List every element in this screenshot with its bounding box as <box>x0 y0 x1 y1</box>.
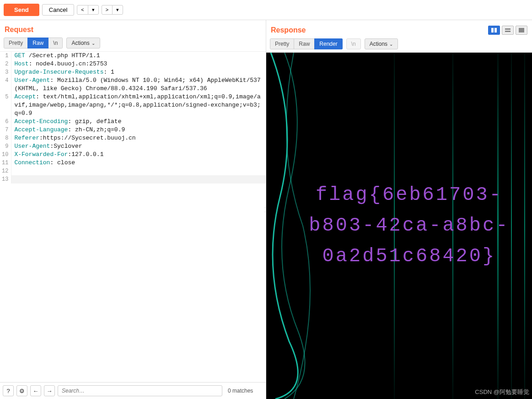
request-tab-raw[interactable]: Raw <box>27 38 48 49</box>
line-content[interactable]: User-Agent: Mozilla/5.0 (Windows NT 10.0… <box>11 76 266 93</box>
actions-label: Actions <box>71 40 89 46</box>
history-forward-group: > ▾ <box>102 5 123 15</box>
editor-line[interactable]: 12 <box>0 167 266 175</box>
editor-line[interactable]: 11Connection: close <box>0 159 266 167</box>
chevron-down-icon: ▾ <box>116 7 119 12</box>
line-number: 5 <box>0 93 11 118</box>
response-newline-toggle[interactable]: \n <box>346 38 361 49</box>
line-content[interactable]: X-Forwarded-For:127.0.0.1 <box>11 151 266 159</box>
layout-single-button[interactable] <box>516 26 527 35</box>
request-tabrow: Pretty Raw \n Actions ⌄ <box>0 38 266 51</box>
request-pane: Request Pretty Raw \n Actions ⌄ 1GET /Se… <box>0 20 266 399</box>
watermark: CSDN @阿勉要睡觉 <box>475 388 529 396</box>
layout-rows-button[interactable] <box>502 26 514 35</box>
request-tab-pretty[interactable]: Pretty <box>4 38 28 49</box>
search-prev-button[interactable]: ← <box>30 385 41 396</box>
response-tab-raw[interactable]: Raw <box>294 38 315 49</box>
editor-line[interactable]: 4User-Agent: Mozilla/5.0 (Windows NT 10.… <box>0 76 266 93</box>
layout-toggle-group <box>488 26 527 35</box>
history-back-group: < ▾ <box>77 5 98 15</box>
search-matches-label: 0 matches <box>225 388 253 394</box>
decorative-line <box>511 53 512 399</box>
response-tabrow: Pretty Raw Render \n Actions ⌄ <box>266 38 532 52</box>
help-icon: ? <box>6 388 10 394</box>
decorative-line <box>524 53 525 399</box>
chevron-down-icon: ⌄ <box>91 41 95 46</box>
line-number: 1 <box>0 52 11 60</box>
line-number: 8 <box>0 134 11 142</box>
line-number: 11 <box>0 159 11 167</box>
layout-columns-button[interactable] <box>488 26 500 35</box>
chevron-left-icon: < <box>81 7 84 12</box>
cancel-button[interactable]: Cancel <box>42 4 74 16</box>
help-button[interactable]: ? <box>3 385 14 396</box>
chevron-down-icon: ⌄ <box>389 42 393 47</box>
arrow-left-icon: ← <box>33 388 39 394</box>
line-number: 4 <box>0 76 11 93</box>
editor-line[interactable]: 6Accept-Encoding: gzip, deflate <box>0 118 266 126</box>
line-number: 2 <box>0 60 11 68</box>
line-number: 10 <box>0 151 11 159</box>
history-back-menu-button[interactable]: ▾ <box>88 5 99 15</box>
request-tab-newline[interactable]: \n <box>48 38 63 49</box>
search-next-button[interactable]: → <box>44 385 55 396</box>
send-button[interactable]: Send <box>4 4 39 16</box>
line-number: 3 <box>0 68 11 76</box>
editor-line[interactable]: 2Host: node4.buuoj.cn:25753 <box>0 60 266 68</box>
editor-line[interactable]: 1GET /Secret.php HTTP/1.1 <box>0 52 266 60</box>
line-content[interactable]: Accept: text/html,application/xhtml+xml,… <box>11 93 266 118</box>
line-number: 12 <box>0 167 11 175</box>
history-back-button[interactable]: < <box>77 5 88 15</box>
history-forward-button[interactable]: > <box>102 5 113 15</box>
line-number: 7 <box>0 126 11 134</box>
editor-line[interactable]: 3Upgrade-Insecure-Requests: 1 <box>0 68 266 76</box>
response-tab-render[interactable]: Render <box>314 38 342 49</box>
request-title: Request <box>5 26 33 34</box>
response-title: Response <box>271 26 306 34</box>
response-pane: ⋮⋮ Response Pretty Raw Render \n Actions… <box>266 20 532 399</box>
line-content[interactable]: Accept-Language: zh-CN,zh;q=0.9 <box>11 126 266 134</box>
line-content[interactable]: Connection: close <box>11 159 266 167</box>
search-input[interactable] <box>58 385 222 396</box>
flag-text: flag{6eb61703- b803-42ca-a8bc- 0a2d51c68… <box>309 180 509 272</box>
gear-icon: ⚙ <box>19 388 25 394</box>
response-tab-pretty[interactable]: Pretty <box>270 38 294 49</box>
line-number: 13 <box>0 175 11 183</box>
line-number: 9 <box>0 142 11 151</box>
main-split: Request Pretty Raw \n Actions ⌄ 1GET /Se… <box>0 20 532 399</box>
editor-line[interactable]: 7Accept-Language: zh-CN,zh;q=0.9 <box>0 126 266 134</box>
line-content[interactable]: Upgrade-Insecure-Requests: 1 <box>11 68 266 76</box>
line-content[interactable] <box>11 167 266 175</box>
editor-line[interactable]: 9User-Agent:Syclover <box>0 142 266 151</box>
editor-line[interactable]: 10X-Forwarded-For:127.0.0.1 <box>0 151 266 159</box>
arrow-right-icon: → <box>47 388 53 394</box>
request-editor[interactable]: 1GET /Secret.php HTTP/1.12Host: node4.bu… <box>0 51 266 382</box>
line-content[interactable] <box>11 175 266 183</box>
chevron-down-icon: ▾ <box>92 7 95 12</box>
settings-button[interactable]: ⚙ <box>16 385 27 396</box>
request-actions-button[interactable]: Actions ⌄ <box>66 38 100 49</box>
line-content[interactable]: Referer:https://Sycsecret.buuoj.cn <box>11 134 266 142</box>
response-view-segment: Pretty Raw Render <box>270 38 343 49</box>
editor-line[interactable]: 5Accept: text/html,application/xhtml+xml… <box>0 93 266 118</box>
request-header: Request <box>0 20 266 38</box>
response-render-viewport[interactable]: flag{6eb61703- b803-42ca-a8bc- 0a2d51c68… <box>266 52 532 399</box>
history-forward-menu-button[interactable]: ▾ <box>112 5 123 15</box>
line-number: 6 <box>0 118 11 126</box>
request-view-segment: Pretty Raw \n <box>4 38 63 49</box>
top-toolbar: Send Cancel < ▾ > ▾ <box>0 0 532 20</box>
response-header: Response <box>266 20 532 38</box>
request-bottombar: ? ⚙ ← → 0 matches <box>0 382 266 399</box>
line-content[interactable]: Accept-Encoding: gzip, deflate <box>11 118 266 126</box>
editor-line[interactable]: 13 <box>0 175 266 183</box>
actions-label: Actions <box>370 41 387 47</box>
editor-line[interactable]: 8Referer:https://Sycsecret.buuoj.cn <box>0 134 266 142</box>
response-actions-button[interactable]: Actions ⌄ <box>365 38 398 49</box>
line-content[interactable]: GET /Secret.php HTTP/1.1 <box>11 52 266 60</box>
chevron-right-icon: > <box>106 7 108 12</box>
line-content[interactable]: User-Agent:Syclover <box>11 142 266 151</box>
line-content[interactable]: Host: node4.buuoj.cn:25753 <box>11 60 266 68</box>
